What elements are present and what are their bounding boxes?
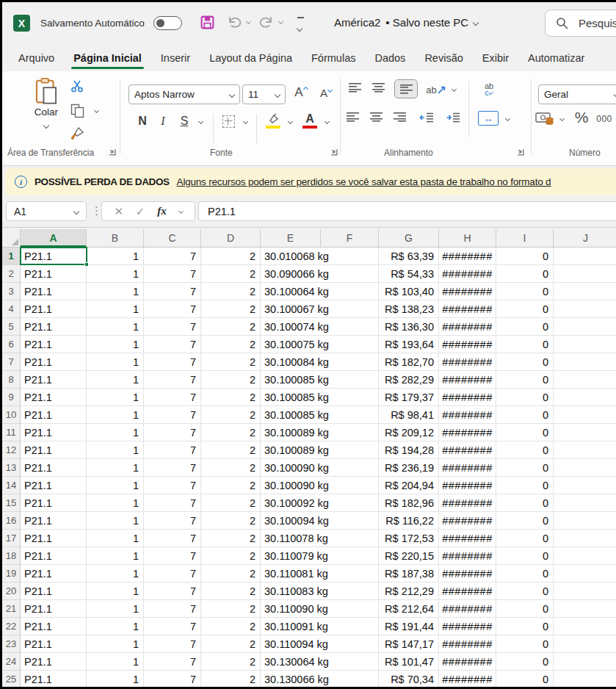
align-left-button[interactable] xyxy=(347,112,359,122)
cell[interactable]: 0 xyxy=(496,318,554,336)
drag-handle-dots-icon[interactable]: ⋮ xyxy=(91,204,102,217)
cell[interactable]: ######## xyxy=(439,618,496,635)
copy-button[interactable] xyxy=(68,103,86,119)
underline-button[interactable]: S xyxy=(177,112,192,130)
accounting-dropdown-icon[interactable] xyxy=(559,116,565,121)
cell[interactable]: P21.1 xyxy=(21,248,87,265)
cell[interactable]: 1 xyxy=(87,300,144,318)
cell[interactable]: 7 xyxy=(144,618,201,635)
align-top-button[interactable] xyxy=(349,83,361,93)
cell[interactable]: 1 xyxy=(87,248,144,265)
cell[interactable]: 30.110090 kg xyxy=(261,600,379,618)
cell[interactable]: 0 xyxy=(496,494,554,512)
merge-dropdown-icon[interactable] xyxy=(505,116,510,121)
cell[interactable]: 0 xyxy=(496,406,554,424)
cancel-icon[interactable]: ✕ xyxy=(114,205,123,218)
cell[interactable]: P21.1 xyxy=(21,371,87,389)
row-header-10[interactable]: 10 xyxy=(2,406,21,424)
column-header-F[interactable]: F xyxy=(321,229,379,248)
cell[interactable]: 0 xyxy=(496,283,554,300)
cell[interactable]: 30.110078 kg xyxy=(261,530,379,547)
cell[interactable] xyxy=(554,406,616,424)
cell[interactable]: R$ 179,37 xyxy=(379,389,439,406)
alignment-dialog-launcher[interactable] xyxy=(516,148,525,156)
cell[interactable]: 7 xyxy=(144,600,201,618)
column-header-J[interactable]: J xyxy=(554,229,616,248)
cell[interactable]: ######## xyxy=(439,582,496,600)
cell[interactable]: 7 xyxy=(144,477,201,494)
merge-center-button[interactable]: ↔ xyxy=(478,111,499,126)
cell[interactable]: R$ 136,30 xyxy=(379,318,439,336)
cell[interactable]: ######## xyxy=(439,565,496,582)
cell[interactable]: R$ 138,23 xyxy=(379,300,439,318)
comma-style-button[interactable]: 000 xyxy=(594,112,615,126)
cell[interactable]: 7 xyxy=(144,530,201,547)
cell[interactable]: ######## xyxy=(439,653,496,671)
cell[interactable]: 30.100085 kg xyxy=(261,371,379,389)
cell[interactable]: 30.110094 kg xyxy=(261,635,379,653)
cell[interactable]: R$ 182,70 xyxy=(379,353,439,371)
cell[interactable]: 1 xyxy=(87,389,144,406)
cell[interactable]: ######## xyxy=(439,635,496,653)
cell[interactable]: P21.1 xyxy=(21,283,87,300)
cell[interactable]: 30.100089 kg xyxy=(261,424,379,441)
cell[interactable]: P21.1 xyxy=(21,424,87,441)
cell[interactable]: R$ 236,19 xyxy=(379,459,439,477)
cell[interactable]: ######## xyxy=(439,248,496,265)
orientation-dropdown-icon[interactable] xyxy=(452,87,457,92)
cell[interactable]: 1 xyxy=(87,336,144,353)
cell[interactable]: 7 xyxy=(144,582,201,600)
undo-button[interactable] xyxy=(225,12,244,32)
cell[interactable]: R$ 103,40 xyxy=(379,283,439,300)
cell[interactable]: 7 xyxy=(144,424,201,441)
cell[interactable]: 30.100075 kg xyxy=(261,336,379,353)
cell[interactable]: ######## xyxy=(439,477,496,494)
cell[interactable]: 7 xyxy=(144,248,201,265)
row-header-20[interactable]: 20 xyxy=(2,582,21,600)
cell[interactable]: P21.1 xyxy=(21,582,87,600)
cell[interactable] xyxy=(554,565,616,582)
cell[interactable]: 30.100085 kg xyxy=(261,406,379,424)
cell[interactable]: P21.1 xyxy=(21,318,87,336)
tab-arquivo[interactable]: Arquivo xyxy=(9,44,64,71)
cell[interactable] xyxy=(554,494,616,512)
cell[interactable]: 7 xyxy=(144,300,201,318)
cell[interactable]: 2 xyxy=(201,582,261,600)
cell[interactable] xyxy=(554,459,616,477)
cell[interactable] xyxy=(554,300,616,318)
cell[interactable] xyxy=(554,653,616,671)
row-header-3[interactable]: 3 xyxy=(2,283,21,300)
cell[interactable]: R$ 212,29 xyxy=(379,582,439,600)
increase-font-button[interactable]: A xyxy=(290,83,312,102)
cell[interactable]: 7 xyxy=(144,441,201,459)
cell[interactable] xyxy=(554,671,616,687)
cell[interactable]: 7 xyxy=(144,371,201,389)
cell[interactable]: 30.130066 kg xyxy=(261,671,379,687)
cell[interactable]: 30.100090 kg xyxy=(261,459,379,477)
cell[interactable]: R$ 191,44 xyxy=(379,618,439,635)
orientation-button[interactable]: ab xyxy=(425,82,447,98)
cell[interactable]: P21.1 xyxy=(21,406,87,424)
row-header-25[interactable]: 25 xyxy=(2,671,21,687)
cell[interactable]: 0 xyxy=(496,512,554,530)
cell[interactable]: 2 xyxy=(201,283,261,300)
cell[interactable]: ######## xyxy=(439,600,496,618)
cell[interactable]: 0 xyxy=(496,353,554,371)
format-painter-button[interactable] xyxy=(68,126,86,142)
cell[interactable]: 0 xyxy=(496,477,554,494)
cell[interactable]: 2 xyxy=(201,353,261,371)
cell[interactable]: 30.100092 kg xyxy=(261,494,379,512)
cell[interactable]: 1 xyxy=(87,477,144,494)
row-header-11[interactable]: 11 xyxy=(2,424,21,441)
accounting-format-button[interactable] xyxy=(534,109,556,127)
cell[interactable]: 0 xyxy=(496,530,554,547)
cell[interactable]: P21.1 xyxy=(21,477,87,494)
decrease-font-button[interactable]: A xyxy=(315,83,337,102)
cell[interactable] xyxy=(554,265,616,283)
fill-color-button[interactable] xyxy=(264,111,283,127)
cell[interactable]: 0 xyxy=(496,653,554,671)
cell[interactable]: 2 xyxy=(201,512,261,530)
cell[interactable]: P21.1 xyxy=(21,459,87,477)
row-header-15[interactable]: 15 xyxy=(2,494,21,512)
document-title[interactable]: América2 • Salvo neste PC xyxy=(334,16,478,29)
